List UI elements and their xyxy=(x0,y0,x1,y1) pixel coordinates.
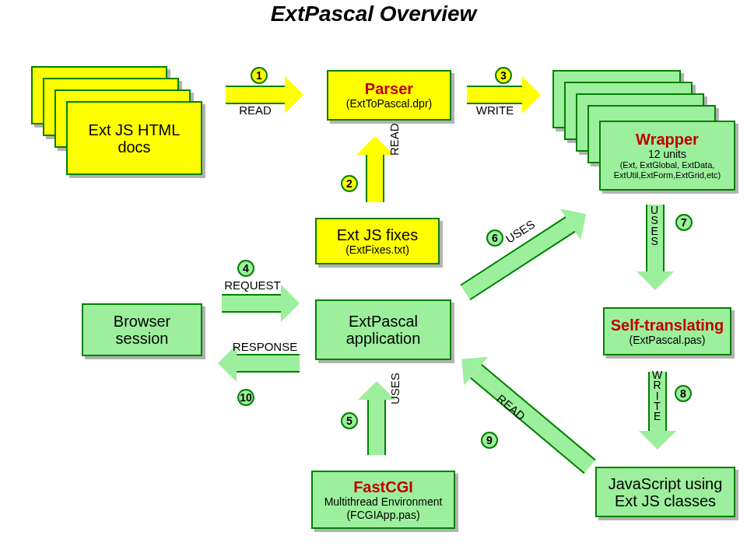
box-fastcgi: FastCGI Multithread Environment (FCGIApp… xyxy=(311,471,455,529)
arrow-response xyxy=(218,354,300,373)
box-extpascal-app: ExtPascal application xyxy=(315,299,451,360)
box-text: Browser session xyxy=(88,313,196,347)
step-badge-5: 5 xyxy=(341,412,358,429)
step-badge-7: 7 xyxy=(675,214,693,231)
box-self-translating: Self-translating (ExtPascal.pas) xyxy=(603,307,731,355)
step-badge-8: 8 xyxy=(675,385,692,402)
box-parser: Parser (ExtToPascal.dpr) xyxy=(327,70,451,121)
box-subtext: 12 units xyxy=(648,148,686,160)
step-badge-9: 9 xyxy=(481,432,498,449)
arrow-request xyxy=(222,294,300,313)
box-text: JavaScript using Ext JS classes xyxy=(601,475,729,509)
box-subtext: (ExtToPascal.dpr) xyxy=(346,97,432,110)
box-wrapper: Wrapper 12 units (Ext, ExtGlobal, ExtDat… xyxy=(599,121,735,191)
arrow-label: USES xyxy=(388,373,402,404)
box-text: ExtPascal application xyxy=(321,313,445,347)
diagram-title: ExtPascal Overview xyxy=(0,2,747,26)
step-badge-2: 2 xyxy=(341,175,358,192)
box-text: Ext JS fixes xyxy=(337,226,418,243)
box-subtext: (ExtFixes.txt) xyxy=(345,243,409,256)
step-badge-3: 3 xyxy=(495,67,512,84)
step-badge-4: 4 xyxy=(237,260,254,277)
step-badge-6: 6 xyxy=(486,229,503,247)
box-extjs-docs: Ext JS HTML docs xyxy=(66,101,202,175)
arrow-label: USES USES xyxy=(651,205,658,247)
arrow-label: RESPONSE xyxy=(228,340,302,353)
box-heading: Wrapper xyxy=(636,131,699,148)
box-subtext: Multithread Environment xyxy=(324,495,443,508)
box-extjs-fixes: Ext JS fixes (ExtFixes.txt) xyxy=(315,218,440,264)
arrow-uses-fastcgi xyxy=(367,381,386,455)
arrow-read-docs-parser xyxy=(226,86,303,104)
arrow-read-fixes-parser xyxy=(366,136,384,202)
box-heading: Parser xyxy=(365,80,413,97)
arrow-label: READ xyxy=(388,123,401,156)
arrow-label: WRITE xyxy=(465,103,524,117)
arrow-label: WRITE WRITE xyxy=(652,370,662,422)
box-heading: FastCGI xyxy=(353,478,413,495)
box-subtext: (FCGIApp.pas) xyxy=(346,509,419,521)
box-subtext: (ExtPascal.pas) xyxy=(629,334,705,346)
arrow-label: REQUEST xyxy=(219,278,286,292)
arrow-write-parser-wrapper xyxy=(467,86,541,104)
box-subtext: (Ext, ExtGlobal, ExtData, ExtUtil,ExtFor… xyxy=(605,160,729,180)
box-browser-session: Browser session xyxy=(82,303,202,356)
box-heading: Self-translating xyxy=(611,317,724,334)
arrow-label: READ xyxy=(226,103,285,117)
box-js-classes: JavaScript using Ext JS classes xyxy=(595,467,735,517)
box-text: Ext JS HTML docs xyxy=(72,121,196,156)
step-badge-1: 1 xyxy=(251,67,268,84)
step-badge-10: 10 xyxy=(237,389,254,406)
